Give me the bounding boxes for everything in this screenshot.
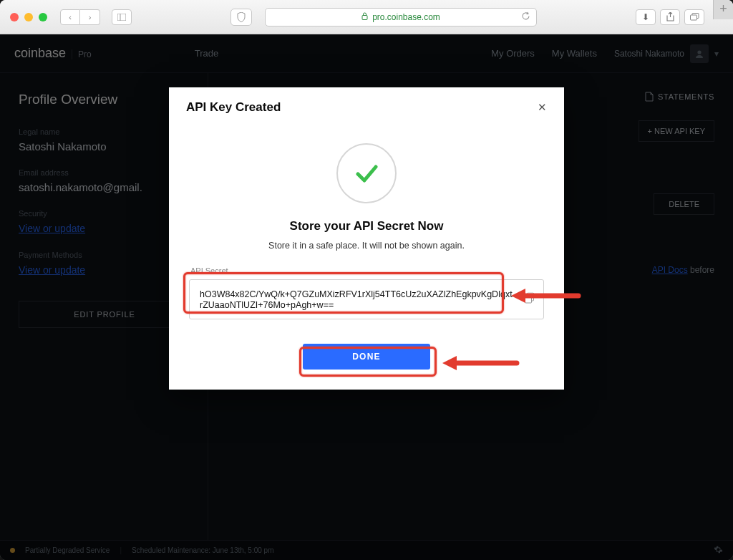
url-text: pro.coinbase.com	[372, 12, 440, 22]
user-menu[interactable]: Satoshi Nakamoto ▾	[614, 44, 719, 63]
modal-header: API Key Created ✕	[169, 87, 564, 127]
api-secret-label: API Secret	[189, 266, 544, 275]
brand[interactable]: coinbase Pro	[14, 46, 92, 61]
brand-name: coinbase	[14, 46, 66, 61]
new-tab-button[interactable]: +	[713, 0, 733, 19]
page-title: Profile Overview	[19, 92, 189, 107]
delete-button[interactable]: DELETE	[654, 193, 714, 215]
api-secret-value[interactable]: hO3W84x82C/YwQ/k+Q7GZuMXizRFV1rXlj54TT6c…	[200, 289, 513, 310]
browser-chrome: ‹ › pro.coinbase.com ⬇ +	[0, 0, 733, 34]
svg-rect-7	[525, 295, 532, 303]
close-icon[interactable]: ✕	[538, 101, 547, 114]
statements-tab[interactable]: STATEMENTS	[645, 92, 714, 102]
status-label: Partially Degraded Service	[25, 546, 110, 554]
status-bar: Partially Degraded Service | Scheduled M…	[0, 540, 733, 560]
user-name: Satoshi Nakamoto	[614, 49, 684, 59]
app-header: coinbase Pro Trade My Orders My Wallets …	[0, 34, 733, 73]
forward-button[interactable]: ›	[80, 9, 100, 25]
link-security[interactable]: View or update	[19, 223, 85, 234]
api-docs-link[interactable]: API Docs	[652, 265, 688, 275]
label-security: Security	[19, 209, 189, 218]
status-indicator-icon	[10, 548, 15, 553]
brand-sub: Pro	[72, 49, 92, 59]
modal-heading: API Key Created	[186, 100, 281, 115]
value-email: satoshi.nakamoto@gmail.	[19, 181, 189, 193]
maximize-window-icon[interactable]	[39, 13, 47, 21]
gear-icon[interactable]	[714, 545, 723, 556]
document-icon	[645, 92, 654, 102]
copy-icon[interactable]	[525, 293, 535, 306]
privacy-shield-button[interactable]	[230, 9, 252, 26]
success-check-icon	[336, 143, 397, 203]
close-window-icon[interactable]	[10, 13, 19, 21]
minimize-window-icon[interactable]	[24, 13, 33, 21]
back-button[interactable]: ‹	[60, 9, 80, 25]
done-button[interactable]: DONE	[303, 344, 430, 370]
nav-back-forward: ‹ ›	[60, 9, 100, 25]
nav-trade[interactable]: Trade	[195, 48, 218, 59]
lock-icon	[361, 12, 368, 22]
chevron-down-icon: ▾	[714, 49, 719, 59]
api-docs-hint: API Docs before	[652, 265, 714, 275]
api-key-created-modal: API Key Created ✕ Store your API Secret …	[169, 87, 564, 390]
address-bar[interactable]: pro.coinbase.com	[265, 8, 537, 26]
maintenance-text: Scheduled Maintenance: June 13th, 5:00 p…	[132, 546, 273, 554]
toolbar-right: ⬇ +	[636, 9, 723, 25]
svg-rect-2	[362, 15, 367, 19]
modal-title: Store your API Secret Now	[189, 219, 544, 233]
api-secret-box: hO3W84x82C/YwQ/k+Q7GZuMXizRFV1rXlj54TT6c…	[189, 279, 544, 319]
label-email: Email address	[19, 168, 189, 177]
download-icon[interactable]: ⬇	[636, 9, 656, 25]
new-api-key-button[interactable]: + NEW API KEY	[639, 120, 714, 142]
sidebar-toggle-button[interactable]	[112, 9, 132, 25]
label-legal-name: Legal name	[19, 127, 189, 136]
tabs-icon[interactable]	[684, 9, 704, 25]
share-icon[interactable]	[660, 9, 680, 25]
link-payment[interactable]: View or update	[19, 264, 85, 276]
nav-my-orders[interactable]: My Orders	[491, 48, 535, 59]
svg-point-5	[697, 50, 701, 54]
modal-body: Store your API Secret Now Store it in a …	[169, 127, 564, 390]
svg-rect-4	[690, 15, 696, 20]
label-payment: Payment Methods	[19, 251, 189, 259]
value-legal-name: Satoshi Nakamoto	[19, 140, 189, 153]
refresh-icon[interactable]	[521, 11, 530, 23]
browser-window: ‹ › pro.coinbase.com ⬇ +	[0, 0, 733, 560]
nav-my-wallets[interactable]: My Wallets	[552, 48, 597, 59]
modal-subtitle: Store it in a safe place. It will not be…	[189, 241, 544, 251]
svg-rect-0	[117, 14, 126, 21]
traffic-lights	[10, 13, 47, 21]
edit-profile-button[interactable]: EDIT PROFILE	[19, 301, 190, 328]
avatar-icon	[690, 44, 709, 63]
